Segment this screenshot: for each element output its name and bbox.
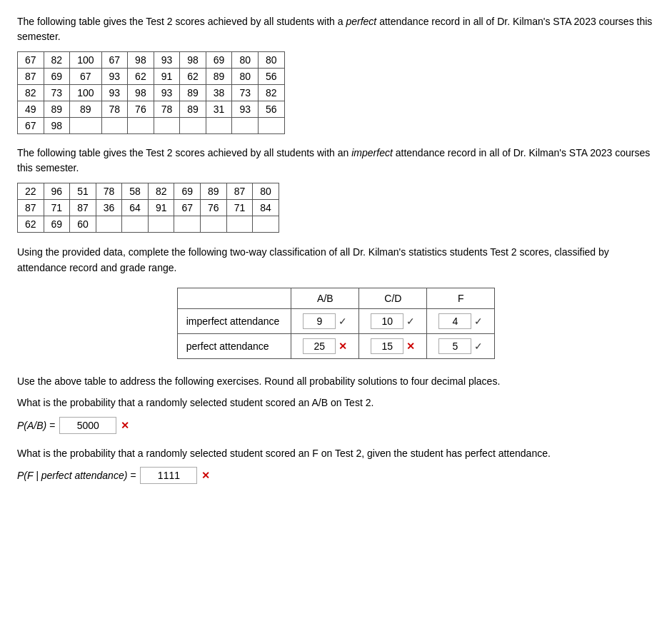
table-cell: 56 [258, 101, 284, 118]
table-cell: 89 [70, 101, 101, 118]
table-cell [226, 216, 253, 233]
f-input[interactable] [438, 313, 471, 329]
table-cell: 100 [70, 85, 101, 101]
table-cell [258, 118, 284, 134]
cd-input[interactable] [371, 313, 403, 329]
table-cell [101, 118, 128, 134]
table-cell: 82 [148, 183, 174, 200]
table-cell: 93 [101, 69, 128, 85]
table-cell: 93 [232, 101, 259, 118]
table-cell: 87 [226, 183, 253, 200]
col-header-cd: C/D [359, 288, 427, 308]
f-input-cell: ✓ [438, 313, 483, 329]
col-header-ab: A/B [291, 288, 359, 308]
f-status[interactable]: ✓ [474, 316, 483, 327]
ab-input[interactable] [303, 313, 336, 329]
table-cell [232, 118, 259, 134]
table-cell: 73 [44, 85, 70, 101]
table-cell: 69 [174, 183, 201, 200]
table-cell: 80 [232, 69, 259, 85]
f-status[interactable]: ✓ [474, 340, 483, 352]
cd-status[interactable]: ✓ [406, 316, 415, 327]
q1-text: What is the probability that a randomly … [17, 395, 655, 410]
table-cell: 76 [128, 101, 154, 118]
table-cell: 62 [128, 69, 154, 85]
table-cell: 76 [201, 200, 227, 216]
classification-intro: Using the provided data, complete the fo… [17, 244, 655, 276]
table-cell: 69 [44, 216, 70, 233]
table-cell: 87 [70, 200, 96, 216]
perfect-attendance-label: perfect attendance [177, 333, 291, 358]
table-cell: 67 [18, 52, 44, 69]
table-cell: 98 [128, 52, 154, 69]
table-cell: 100 [70, 52, 101, 69]
intro-paragraph-1: The following table gives the Test 2 sco… [17, 14, 655, 44]
q2-answer-row: P(F | perfect attendance) = ✕ [17, 467, 655, 484]
ab-cell: ✓ [291, 308, 359, 333]
table-cell: 93 [101, 85, 128, 101]
table-cell: 69 [44, 69, 70, 85]
table-cell: 96 [44, 183, 70, 200]
ab-status[interactable]: ✓ [338, 316, 347, 327]
table-cell: 69 [206, 52, 232, 69]
table-cell [96, 216, 122, 233]
f-cell: ✓ [427, 333, 495, 358]
table-cell: 87 [18, 200, 44, 216]
ab-input[interactable] [303, 338, 336, 354]
table-cell [148, 216, 174, 233]
ab-status[interactable]: ✕ [338, 340, 347, 352]
table-cell: 80 [253, 183, 279, 200]
table-cell: 89 [44, 101, 70, 118]
classification-table-wrapper: A/B C/D F imperfect attendance ✓ ✓ ✓ per… [17, 288, 655, 359]
perfect-attendance-table: 6782100679893986980808769679362916289805… [17, 51, 285, 134]
cd-cell: ✓ [359, 308, 427, 333]
q1-label: P(A/B) = [17, 420, 55, 431]
table-cell: 60 [70, 216, 96, 233]
q2-input[interactable] [140, 467, 197, 484]
table-cell: 93 [154, 52, 180, 69]
q1-input[interactable] [59, 417, 116, 434]
col-header-f: F [427, 288, 495, 308]
table-cell [180, 118, 206, 134]
cd-input-cell: ✕ [371, 338, 415, 354]
table-cell: 56 [258, 69, 284, 85]
table-cell: 78 [96, 183, 122, 200]
table-cell: 38 [206, 85, 232, 101]
table-cell: 78 [154, 101, 180, 118]
intro1-text: The following table gives the Test 2 sco… [17, 16, 346, 27]
table-cell: 82 [44, 52, 70, 69]
table-cell: 67 [101, 52, 128, 69]
table-cell: 91 [148, 200, 174, 216]
intro-paragraph-2: The following table gives the Test 2 sco… [17, 146, 655, 176]
intro2-text: The following table gives the Test 2 sco… [17, 147, 351, 158]
f-input-cell: ✓ [438, 338, 483, 354]
q2-status-icon[interactable]: ✕ [201, 470, 210, 481]
q1-answer-row: P(A/B) = ✕ [17, 417, 655, 434]
table-cell: 73 [232, 85, 259, 101]
table-cell: 58 [122, 183, 149, 200]
intro1-italic: perfect [346, 16, 376, 27]
table-cell: 71 [226, 200, 253, 216]
table-cell: 22 [18, 183, 44, 200]
table-cell: 51 [70, 183, 96, 200]
table-cell: 62 [180, 69, 206, 85]
table-cell: 93 [154, 85, 180, 101]
table-cell [201, 216, 227, 233]
table-cell: 82 [18, 85, 44, 101]
table-cell [122, 216, 149, 233]
table-cell: 89 [206, 69, 232, 85]
table-cell: 87 [18, 69, 44, 85]
table-cell [253, 216, 279, 233]
cd-status[interactable]: ✕ [406, 340, 415, 352]
col-header-empty [177, 288, 291, 308]
table-cell: 80 [258, 52, 284, 69]
cd-input[interactable] [371, 338, 403, 354]
ab-input-cell: ✕ [303, 338, 347, 354]
q1-status-icon[interactable]: ✕ [121, 420, 129, 431]
table-cell: 98 [180, 52, 206, 69]
ab-cell: ✕ [291, 333, 359, 358]
imperfect-attendance-label: imperfect attendance [177, 308, 291, 333]
f-input[interactable] [438, 338, 471, 354]
table-cell: 84 [253, 200, 279, 216]
imperfect-attendance-table: 2296517858826989878087718736649167767184… [17, 183, 279, 233]
